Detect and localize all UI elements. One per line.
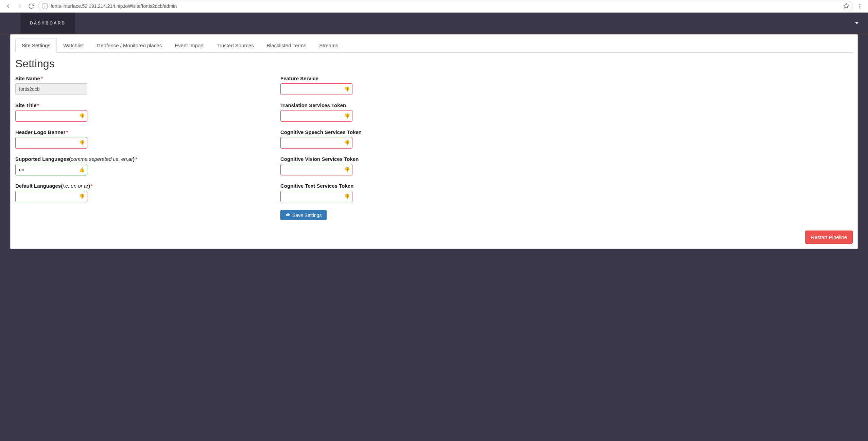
topbar: DASHBOARD <box>0 13 868 34</box>
site-title-input[interactable] <box>15 110 87 122</box>
site-info-icon[interactable]: i <box>42 3 48 9</box>
translation-token-label: Translation Services Token <box>280 102 532 108</box>
translation-token-input[interactable] <box>280 110 352 122</box>
tab-blacklisted-terms[interactable]: Blacklisted Terms <box>260 38 313 53</box>
vision-token-input[interactable] <box>280 164 352 175</box>
text-token-input[interactable] <box>280 191 352 202</box>
forward-button[interactable] <box>15 1 24 11</box>
header-logo-group: Header Logo Banner* 👎 <box>15 129 267 149</box>
default-languages-label: Default Languages(i.e. en or ar)* <box>15 183 267 189</box>
feature-service-group: Feature Service 👎 <box>280 75 532 95</box>
feature-service-label: Feature Service <box>280 75 532 81</box>
form-left-column: Site Name* Site Title* <box>15 75 267 220</box>
site-name-label: Site Name* <box>15 75 267 81</box>
svg-point-1 <box>860 4 861 5</box>
feature-service-input[interactable] <box>280 83 352 95</box>
default-languages-group: Default Languages(i.e. en or ar)* 👎 <box>15 183 267 202</box>
topbar-right <box>855 13 868 34</box>
cloud-upload-icon <box>285 212 290 218</box>
svg-point-2 <box>860 6 861 7</box>
site-name-group: Site Name* <box>15 75 267 95</box>
tab-streams[interactable]: Streams <box>313 38 345 53</box>
back-button[interactable] <box>3 1 13 11</box>
restart-pipeline-button[interactable]: Restart Pipeline <box>805 231 853 244</box>
header-logo-input[interactable] <box>15 137 87 149</box>
translation-token-group: Translation Services Token 👎 <box>280 102 532 122</box>
settings-panel: Site Settings Watchlist Geofence / Monit… <box>10 34 858 249</box>
bookmark-icon[interactable] <box>843 3 849 10</box>
tab-trusted-sources[interactable]: Trusted Sources <box>210 38 260 53</box>
svg-marker-0 <box>844 3 849 8</box>
address-bar[interactable]: i fortis-interface.52.191.214.214.nip.io… <box>38 1 853 11</box>
browser-chrome: i fortis-interface.52.191.214.214.nip.io… <box>0 0 868 13</box>
tab-watchlist[interactable]: Watchlist <box>57 38 90 53</box>
save-settings-button[interactable]: Save Settings <box>280 210 327 220</box>
url-text: fortis-interface.52.191.214.214.nip.io/#… <box>51 3 840 9</box>
tab-site-settings[interactable]: Site Settings <box>15 38 57 53</box>
page-title: Settings <box>15 57 853 70</box>
brand-label: DASHBOARD <box>30 21 66 26</box>
form-right-column: Feature Service 👎 Translation Services T… <box>280 75 532 220</box>
speech-token-group: Cognitive Speech Services Token 👎 <box>280 129 532 149</box>
vision-token-label: Cognitive Vision Services Token <box>280 156 532 162</box>
user-menu-caret-icon[interactable] <box>855 22 858 24</box>
speech-token-input[interactable] <box>280 137 352 149</box>
dashboard-tab[interactable]: DASHBOARD <box>20 13 75 34</box>
supported-languages-input[interactable] <box>15 164 87 175</box>
tab-event-import[interactable]: Event Import <box>168 38 210 53</box>
save-settings-label: Save Settings <box>292 213 322 218</box>
text-token-label: Cognitive Text Services Token <box>280 183 532 189</box>
supported-languages-label: Supported Languages(comma seperated i.e.… <box>15 156 267 162</box>
header-logo-label: Header Logo Banner* <box>15 129 267 135</box>
text-token-group: Cognitive Text Services Token 👎 <box>280 183 532 202</box>
site-title-label: Site Title* <box>15 102 267 108</box>
admin-tabs: Site Settings Watchlist Geofence / Monit… <box>15 38 853 53</box>
vision-token-group: Cognitive Vision Services Token 👎 <box>280 156 532 175</box>
speech-token-label: Cognitive Speech Services Token <box>280 129 532 135</box>
default-languages-input[interactable] <box>15 191 87 202</box>
app-shell: DASHBOARD Site Settings Watchlist Geofen… <box>0 13 868 441</box>
restart-pipeline-label: Restart Pipeline <box>811 234 847 240</box>
reload-button[interactable] <box>27 1 36 11</box>
site-title-group: Site Title* 👎 <box>15 102 267 122</box>
browser-menu-icon[interactable] <box>855 1 865 11</box>
svg-point-3 <box>860 7 861 9</box>
tab-geofence[interactable]: Geofence / Monitored places <box>90 38 169 53</box>
supported-languages-group: Supported Languages(comma seperated i.e.… <box>15 156 267 175</box>
site-name-input <box>15 83 87 95</box>
